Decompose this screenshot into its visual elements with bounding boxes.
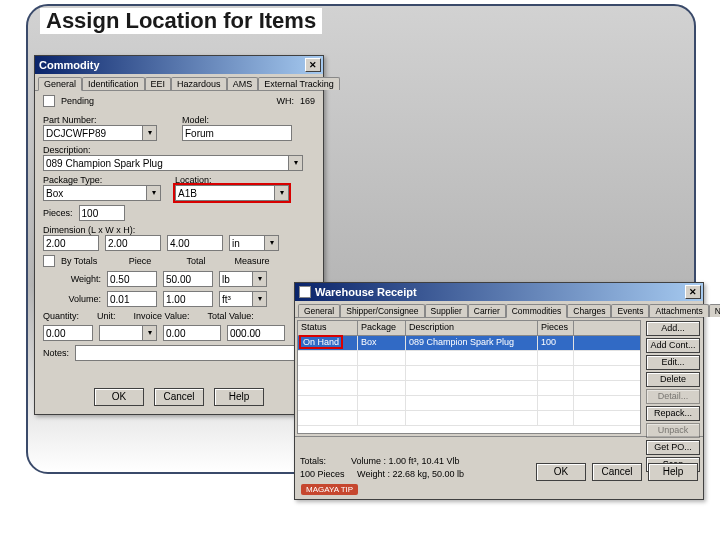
- location-label: Location:: [175, 175, 289, 185]
- ok-button[interactable]: OK: [536, 463, 586, 481]
- piece-col-label: Piece: [115, 256, 165, 266]
- tab-wh-events[interactable]: Events: [611, 304, 649, 317]
- close-icon[interactable]: ✕: [685, 285, 701, 299]
- edit-button[interactable]: Edit...: [646, 355, 700, 370]
- warehouse-icon: [299, 286, 311, 298]
- bytotals-checkbox[interactable]: [43, 255, 55, 267]
- get-po-button[interactable]: Get PO...: [646, 440, 700, 455]
- commodity-tabs: General Identification EEI Hazardous AMS…: [35, 74, 323, 91]
- volume-unit-select[interactable]: [219, 291, 253, 307]
- model-input[interactable]: [182, 125, 292, 141]
- tab-wh-general[interactable]: General: [298, 304, 340, 317]
- warehouse-grid-area: Status Package Description Pieces On Han…: [295, 318, 703, 436]
- partnum-input[interactable]: [43, 125, 143, 141]
- chevron-down-icon[interactable]: ▾: [253, 291, 267, 307]
- chevron-down-icon[interactable]: ▾: [289, 155, 303, 171]
- pkgtype-label: Package Type:: [43, 175, 161, 185]
- weight-total-input[interactable]: [163, 271, 213, 287]
- close-icon[interactable]: ✕: [305, 58, 321, 72]
- tab-wh-shipper[interactable]: Shipper/Consignee: [340, 304, 424, 317]
- warehouse-footer: Totals: Volume : 1.00 ft³, 10.41 Vlb 100…: [295, 436, 703, 484]
- page-title: Assign Location for Items: [40, 8, 322, 34]
- side-buttons: Add... Add Cont... Edit... Delete Detail…: [643, 318, 703, 436]
- tab-identification[interactable]: Identification: [82, 77, 145, 90]
- row-status: On Hand: [301, 337, 341, 347]
- dim-h-input[interactable]: [167, 235, 223, 251]
- tab-wh-attachments[interactable]: Attachments: [649, 304, 708, 317]
- help-button[interactable]: Help: [648, 463, 698, 481]
- commodity-titlebar[interactable]: Commodity ✕: [35, 56, 323, 74]
- dim-unit-select[interactable]: [229, 235, 265, 251]
- wh-label: WH:: [276, 96, 294, 106]
- col-package[interactable]: Package: [358, 321, 406, 335]
- weight-piece-input[interactable]: [107, 271, 157, 287]
- table-row[interactable]: [298, 411, 640, 426]
- tab-general[interactable]: General: [38, 77, 82, 91]
- invval-label: Invoice Value:: [134, 311, 190, 321]
- chevron-down-icon[interactable]: ▾: [265, 235, 279, 251]
- table-row[interactable]: On Hand Box 089 Champion Spark Plug 100: [298, 336, 640, 351]
- col-description[interactable]: Description: [406, 321, 538, 335]
- table-row[interactable]: [298, 381, 640, 396]
- unit-select[interactable]: [99, 325, 143, 341]
- tab-ams[interactable]: AMS: [227, 77, 259, 90]
- add-cont-button[interactable]: Add Cont...: [646, 338, 700, 353]
- col-pieces[interactable]: Pieces: [538, 321, 574, 335]
- repack-button[interactable]: Repack...: [646, 406, 700, 421]
- cancel-button[interactable]: Cancel: [154, 388, 204, 406]
- col-status[interactable]: Status: [298, 321, 358, 335]
- weight-unit-select[interactable]: [219, 271, 253, 287]
- warehouse-titlebar[interactable]: Warehouse Receipt ✕: [295, 283, 703, 301]
- pieces-line: 100 Pieces: [300, 469, 345, 479]
- tab-wh-supplier[interactable]: Supplier: [425, 304, 468, 317]
- tab-wh-charges[interactable]: Charges: [567, 304, 611, 317]
- location-select[interactable]: [175, 185, 275, 201]
- chevron-down-icon[interactable]: ▾: [253, 271, 267, 287]
- totval-label: Total Value:: [207, 311, 253, 321]
- unpack-button[interactable]: Unpack: [646, 423, 700, 438]
- invval-input[interactable]: [163, 325, 221, 341]
- chevron-down-icon[interactable]: ▾: [147, 185, 161, 201]
- notes-label: Notes:: [43, 348, 69, 358]
- volume-piece-input[interactable]: [107, 291, 157, 307]
- tab-wh-carrier[interactable]: Carrier: [468, 304, 506, 317]
- row-pieces: 100: [538, 336, 574, 350]
- tab-wh-note[interactable]: Note: [709, 304, 720, 317]
- dim-w-input[interactable]: [105, 235, 161, 251]
- pieces-input[interactable]: [79, 205, 125, 221]
- table-row[interactable]: [298, 396, 640, 411]
- notes-input[interactable]: [75, 345, 315, 361]
- help-button[interactable]: Help: [214, 388, 264, 406]
- volume-total-input[interactable]: [163, 291, 213, 307]
- tab-eei[interactable]: EEI: [145, 77, 172, 90]
- pkgtype-select[interactable]: [43, 185, 147, 201]
- chevron-down-icon[interactable]: ▾: [275, 185, 289, 201]
- dim-l-input[interactable]: [43, 235, 99, 251]
- tab-wh-commodities[interactable]: Commodities: [506, 304, 568, 318]
- desc-input[interactable]: [43, 155, 289, 171]
- cancel-button[interactable]: Cancel: [592, 463, 642, 481]
- partnum-label: Part Number:: [43, 115, 176, 125]
- ok-button[interactable]: OK: [94, 388, 144, 406]
- delete-button[interactable]: Delete: [646, 372, 700, 387]
- add-button[interactable]: Add...: [646, 321, 700, 336]
- model-label: Model:: [182, 115, 315, 125]
- wh-value: 169: [300, 96, 315, 106]
- table-row[interactable]: [298, 366, 640, 381]
- total-col-label: Total: [171, 256, 221, 266]
- tab-external-tracking[interactable]: External Tracking: [258, 77, 340, 90]
- chevron-down-icon[interactable]: ▾: [143, 325, 157, 341]
- magaya-tip-badge[interactable]: MAGAYA TIP: [301, 484, 358, 495]
- qty-input[interactable]: [43, 325, 93, 341]
- tab-hazardous[interactable]: Hazardous: [171, 77, 227, 90]
- desc-label: Description:: [43, 145, 315, 155]
- table-row[interactable]: [298, 351, 640, 366]
- qty-label: Quantity:: [43, 311, 79, 321]
- commodities-grid[interactable]: Status Package Description Pieces On Han…: [297, 320, 641, 434]
- totval-input[interactable]: [227, 325, 285, 341]
- warehouse-tabs: General Shipper/Consignee Supplier Carri…: [295, 301, 703, 318]
- pending-checkbox[interactable]: [43, 95, 55, 107]
- detail-button[interactable]: Detail...: [646, 389, 700, 404]
- chevron-down-icon[interactable]: ▾: [143, 125, 157, 141]
- unit-label: Unit:: [97, 311, 116, 321]
